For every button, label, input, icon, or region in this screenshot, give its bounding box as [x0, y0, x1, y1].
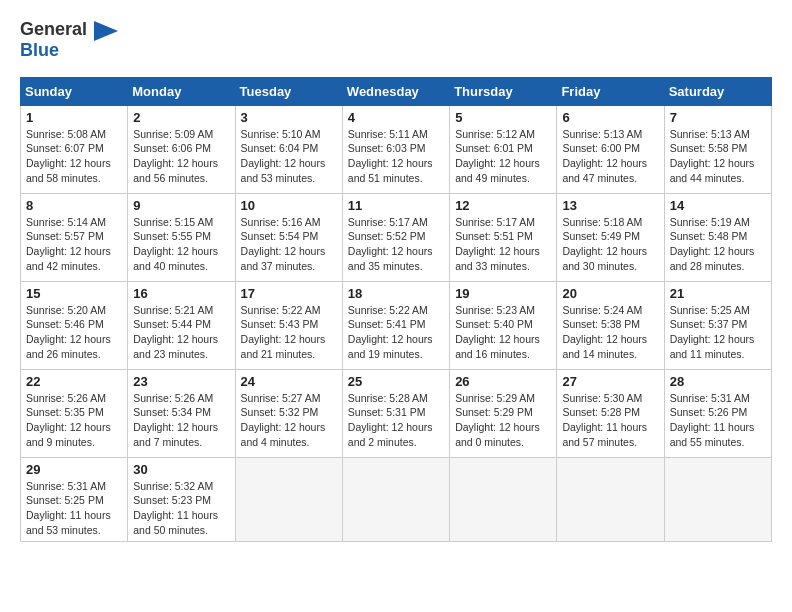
day-info: Sunrise: 5:22 AM Sunset: 5:43 PM Dayligh…: [241, 303, 337, 362]
calendar-week-row: 8 Sunrise: 5:14 AM Sunset: 5:57 PM Dayli…: [21, 193, 772, 281]
calendar-day-cell: 11 Sunrise: 5:17 AM Sunset: 5:52 PM Dayl…: [342, 193, 449, 281]
calendar-day-cell: 19 Sunrise: 5:23 AM Sunset: 5:40 PM Dayl…: [450, 281, 557, 369]
day-info: Sunrise: 5:24 AM Sunset: 5:38 PM Dayligh…: [562, 303, 658, 362]
svg-marker-0: [94, 21, 118, 41]
day-number: 6: [562, 110, 658, 125]
day-info: Sunrise: 5:15 AM Sunset: 5:55 PM Dayligh…: [133, 215, 229, 274]
calendar-day-cell: 8 Sunrise: 5:14 AM Sunset: 5:57 PM Dayli…: [21, 193, 128, 281]
day-number: 5: [455, 110, 551, 125]
day-info: Sunrise: 5:09 AM Sunset: 6:06 PM Dayligh…: [133, 127, 229, 186]
day-info: Sunrise: 5:18 AM Sunset: 5:49 PM Dayligh…: [562, 215, 658, 274]
calendar-day-cell: 27 Sunrise: 5:30 AM Sunset: 5:28 PM Dayl…: [557, 369, 664, 457]
day-info: Sunrise: 5:13 AM Sunset: 5:58 PM Dayligh…: [670, 127, 766, 186]
day-number: 17: [241, 286, 337, 301]
calendar-day-cell: [664, 457, 771, 542]
day-info: Sunrise: 5:29 AM Sunset: 5:29 PM Dayligh…: [455, 391, 551, 450]
page-header: General Blue: [20, 20, 772, 61]
day-info: Sunrise: 5:22 AM Sunset: 5:41 PM Dayligh…: [348, 303, 444, 362]
day-number: 7: [670, 110, 766, 125]
day-number: 14: [670, 198, 766, 213]
calendar-day-cell: 17 Sunrise: 5:22 AM Sunset: 5:43 PM Dayl…: [235, 281, 342, 369]
col-friday: Friday: [557, 77, 664, 105]
calendar-body: 1 Sunrise: 5:08 AM Sunset: 6:07 PM Dayli…: [21, 105, 772, 542]
calendar-day-cell: [342, 457, 449, 542]
day-number: 8: [26, 198, 122, 213]
header-row: Sunday Monday Tuesday Wednesday Thursday…: [21, 77, 772, 105]
day-number: 16: [133, 286, 229, 301]
calendar-day-cell: 7 Sunrise: 5:13 AM Sunset: 5:58 PM Dayli…: [664, 105, 771, 193]
logo: General Blue: [20, 20, 118, 61]
col-wednesday: Wednesday: [342, 77, 449, 105]
day-info: Sunrise: 5:30 AM Sunset: 5:28 PM Dayligh…: [562, 391, 658, 450]
day-number: 12: [455, 198, 551, 213]
day-info: Sunrise: 5:31 AM Sunset: 5:26 PM Dayligh…: [670, 391, 766, 450]
day-number: 15: [26, 286, 122, 301]
calendar-day-cell: 13 Sunrise: 5:18 AM Sunset: 5:49 PM Dayl…: [557, 193, 664, 281]
calendar-week-row: 22 Sunrise: 5:26 AM Sunset: 5:35 PM Dayl…: [21, 369, 772, 457]
day-info: Sunrise: 5:26 AM Sunset: 5:35 PM Dayligh…: [26, 391, 122, 450]
day-info: Sunrise: 5:25 AM Sunset: 5:37 PM Dayligh…: [670, 303, 766, 362]
day-number: 9: [133, 198, 229, 213]
day-number: 23: [133, 374, 229, 389]
day-number: 25: [348, 374, 444, 389]
col-tuesday: Tuesday: [235, 77, 342, 105]
day-number: 26: [455, 374, 551, 389]
day-info: Sunrise: 5:14 AM Sunset: 5:57 PM Dayligh…: [26, 215, 122, 274]
calendar-table: Sunday Monday Tuesday Wednesday Thursday…: [20, 77, 772, 543]
calendar-day-cell: [235, 457, 342, 542]
calendar-day-cell: 1 Sunrise: 5:08 AM Sunset: 6:07 PM Dayli…: [21, 105, 128, 193]
day-number: 29: [26, 462, 122, 477]
calendar-day-cell: 20 Sunrise: 5:24 AM Sunset: 5:38 PM Dayl…: [557, 281, 664, 369]
calendar-week-row: 1 Sunrise: 5:08 AM Sunset: 6:07 PM Dayli…: [21, 105, 772, 193]
day-number: 24: [241, 374, 337, 389]
calendar-day-cell: 18 Sunrise: 5:22 AM Sunset: 5:41 PM Dayl…: [342, 281, 449, 369]
day-info: Sunrise: 5:10 AM Sunset: 6:04 PM Dayligh…: [241, 127, 337, 186]
day-info: Sunrise: 5:21 AM Sunset: 5:44 PM Dayligh…: [133, 303, 229, 362]
day-info: Sunrise: 5:16 AM Sunset: 5:54 PM Dayligh…: [241, 215, 337, 274]
day-number: 30: [133, 462, 229, 477]
day-info: Sunrise: 5:26 AM Sunset: 5:34 PM Dayligh…: [133, 391, 229, 450]
day-info: Sunrise: 5:08 AM Sunset: 6:07 PM Dayligh…: [26, 127, 122, 186]
day-info: Sunrise: 5:17 AM Sunset: 5:51 PM Dayligh…: [455, 215, 551, 274]
calendar-day-cell: 12 Sunrise: 5:17 AM Sunset: 5:51 PM Dayl…: [450, 193, 557, 281]
day-number: 4: [348, 110, 444, 125]
day-number: 19: [455, 286, 551, 301]
calendar-day-cell: 6 Sunrise: 5:13 AM Sunset: 6:00 PM Dayli…: [557, 105, 664, 193]
day-number: 20: [562, 286, 658, 301]
calendar-day-cell: 23 Sunrise: 5:26 AM Sunset: 5:34 PM Dayl…: [128, 369, 235, 457]
day-info: Sunrise: 5:13 AM Sunset: 6:00 PM Dayligh…: [562, 127, 658, 186]
day-number: 2: [133, 110, 229, 125]
calendar-day-cell: 22 Sunrise: 5:26 AM Sunset: 5:35 PM Dayl…: [21, 369, 128, 457]
day-number: 1: [26, 110, 122, 125]
calendar-day-cell: 14 Sunrise: 5:19 AM Sunset: 5:48 PM Dayl…: [664, 193, 771, 281]
col-monday: Monday: [128, 77, 235, 105]
col-saturday: Saturday: [664, 77, 771, 105]
calendar-day-cell: 28 Sunrise: 5:31 AM Sunset: 5:26 PM Dayl…: [664, 369, 771, 457]
day-info: Sunrise: 5:12 AM Sunset: 6:01 PM Dayligh…: [455, 127, 551, 186]
calendar-week-row: 15 Sunrise: 5:20 AM Sunset: 5:46 PM Dayl…: [21, 281, 772, 369]
calendar-day-cell: 9 Sunrise: 5:15 AM Sunset: 5:55 PM Dayli…: [128, 193, 235, 281]
calendar-day-cell: 4 Sunrise: 5:11 AM Sunset: 6:03 PM Dayli…: [342, 105, 449, 193]
day-number: 3: [241, 110, 337, 125]
logo-arrow-icon: [94, 21, 118, 41]
calendar-day-cell: 16 Sunrise: 5:21 AM Sunset: 5:44 PM Dayl…: [128, 281, 235, 369]
day-info: Sunrise: 5:27 AM Sunset: 5:32 PM Dayligh…: [241, 391, 337, 450]
day-info: Sunrise: 5:19 AM Sunset: 5:48 PM Dayligh…: [670, 215, 766, 274]
calendar-day-cell: 5 Sunrise: 5:12 AM Sunset: 6:01 PM Dayli…: [450, 105, 557, 193]
day-number: 21: [670, 286, 766, 301]
day-number: 18: [348, 286, 444, 301]
calendar-day-cell: 25 Sunrise: 5:28 AM Sunset: 5:31 PM Dayl…: [342, 369, 449, 457]
calendar-day-cell: [450, 457, 557, 542]
day-info: Sunrise: 5:23 AM Sunset: 5:40 PM Dayligh…: [455, 303, 551, 362]
day-number: 22: [26, 374, 122, 389]
day-number: 28: [670, 374, 766, 389]
calendar-day-cell: 10 Sunrise: 5:16 AM Sunset: 5:54 PM Dayl…: [235, 193, 342, 281]
calendar-day-cell: 21 Sunrise: 5:25 AM Sunset: 5:37 PM Dayl…: [664, 281, 771, 369]
col-sunday: Sunday: [21, 77, 128, 105]
day-info: Sunrise: 5:17 AM Sunset: 5:52 PM Dayligh…: [348, 215, 444, 274]
calendar-day-cell: 30 Sunrise: 5:32 AM Sunset: 5:23 PM Dayl…: [128, 457, 235, 542]
day-number: 13: [562, 198, 658, 213]
day-info: Sunrise: 5:32 AM Sunset: 5:23 PM Dayligh…: [133, 479, 229, 538]
day-number: 27: [562, 374, 658, 389]
day-number: 10: [241, 198, 337, 213]
